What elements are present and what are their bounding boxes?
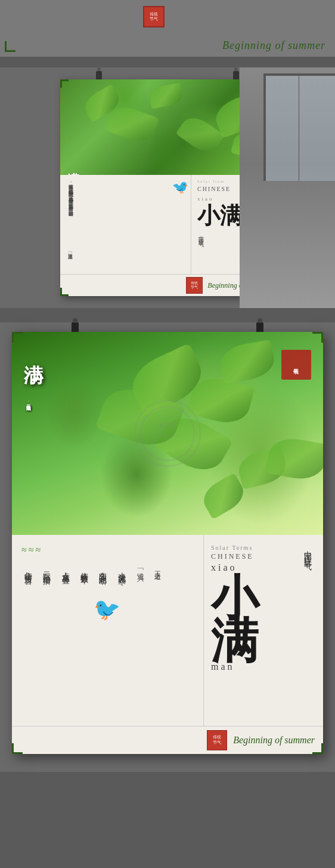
wave-2: ≈ [29, 544, 34, 555]
top-beginning-text: Beginning of summer [222, 39, 325, 52]
right-vertical-text: 中国传统节气 [301, 544, 314, 559]
svg-text:699pic.com: 699pic.com [156, 432, 179, 438]
main-photo: 摄图网 699pic.com 小满 四月中·物致于此小得盈满 二十四节气 [12, 332, 323, 535]
top-stamp: 传统 节气 [143, 6, 165, 27]
poem-author: 王之道 [151, 566, 163, 581]
main-bottom-section: ≈ ≈ ≈ 🐦 午晴何所喜， 云际远山攒 点水荷三叠， 依墙竹数竿 久阴东北断，… [12, 535, 323, 726]
main-stamp: 传统 节气 [207, 730, 227, 750]
middle-cn-desc: 中国传统节气 [197, 232, 205, 261]
main-bottom-left: ≈ ≈ ≈ 🐦 午晴何所喜， 云际远山攒 点水荷三叠， 依墙竹数竿 久阴东北断，… [12, 535, 204, 726]
main-man-pinyin: man [211, 661, 235, 672]
svg-text:摄图网: 摄图网 [159, 422, 176, 429]
poem-col-1: 午晴何所喜， [21, 566, 35, 581]
wave-lines: ≈ ≈ ≈ [21, 544, 197, 555]
gap-2 [0, 308, 335, 322]
main-red-badge: 二十四节气 [281, 350, 311, 380]
chinese-label-big: CHINESE [211, 552, 254, 561]
poem-col-6: 小满北风寒 [115, 566, 129, 581]
middle-poster-container: 小满 小满 🐦 步履随儿辈，临池得凭栏 久阴东北断，小满北风寒 点水荷三叠，依墙… [0, 67, 335, 308]
poem-bracket: 「遣兴」 [134, 566, 147, 581]
poem-col-3: 点水荷三叠， [59, 566, 73, 581]
main-bottom-bar: 传统 节气 Beginning of summer [12, 726, 323, 754]
poem-col-5: 久阴东北断， [97, 566, 110, 581]
main-poster-container: 摄图网 699pic.com 小满 四月中·物致于此小得盈满 二十四节气 ≈ ≈ [0, 322, 335, 772]
middle-corner-bl [60, 288, 69, 296]
poem-col-2: 云际远山攒 [40, 566, 54, 581]
solar-terms-label: Solar Terms [211, 544, 253, 551]
middle-poem: 步履随儿辈，临池得凭栏 久阴东北断，小满北风寒 点水荷三叠，依墙竹数竿 午晴何所… [66, 181, 75, 247]
middle-stamp: 传统 节气 [186, 277, 203, 294]
main-poster: 摄图网 699pic.com 小满 四月中·物致于此小得盈满 二十四节气 ≈ ≈ [12, 332, 323, 754]
wave-3: ≈ [36, 544, 41, 555]
gap-1 [0, 57, 335, 67]
middle-bracket: 「遣兴」王之道 [66, 250, 73, 268]
main-bottom-right: Solar Terms CHINESE xiao 小 满 man 中国传统节气 [204, 535, 323, 726]
watermark: 摄图网 699pic.com [132, 398, 203, 469]
main-corner-tr [312, 332, 323, 343]
main-beginning-text: Beginning of summer [233, 735, 315, 746]
window-h-bar [263, 73, 335, 74]
main-big-characters: 小 满 [211, 577, 259, 663]
top-corner-tl [5, 41, 15, 52]
poem-col-4: 依墙竹数竿 [77, 566, 91, 581]
main-small-desc: 四月中·物致于此小得盈满 [24, 401, 32, 402]
middle-corner-tl [60, 79, 69, 88]
poem-columns: 午晴何所喜， 云际远山攒 点水荷三叠， 依墙竹数竿 久阴东北断， 小满北风寒 「… [21, 566, 163, 581]
main-corner-br [312, 743, 323, 754]
main-corner-tl [12, 332, 23, 343]
swallow-icon: 🐦 [172, 180, 188, 195]
main-swallow-icon: 🐦 [94, 597, 120, 622]
wall-right [240, 67, 335, 308]
window-v-bar [299, 73, 299, 181]
top-poster-area: 传统 节气 Beginning of summer [0, 0, 335, 57]
middle-left-text: 🐦 步履随儿辈，临池得凭栏 久阴东北断，小满北风寒 点水荷三叠，依墙竹数竿 午晴… [60, 175, 191, 274]
window-frame [263, 73, 335, 181]
poem-area: 🐦 午晴何所喜， 云际远山攒 点水荷三叠， 依墙竹数竿 久阴东北断， 小满北风寒… [21, 561, 197, 581]
wave-1: ≈ [21, 544, 27, 555]
main-corner-bl [12, 743, 23, 754]
